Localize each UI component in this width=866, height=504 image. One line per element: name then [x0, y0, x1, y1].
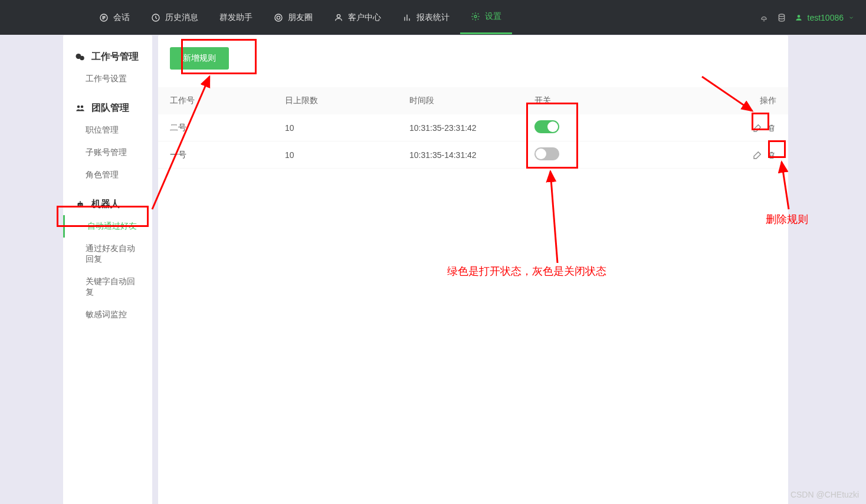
- section-robot: 机器人: [63, 193, 152, 215]
- cell-worknum: 二号: [170, 123, 285, 133]
- sidebar-item-position[interactable]: 职位管理: [63, 119, 152, 141]
- sidebar-item-worknum-set[interactable]: 工作号设置: [63, 68, 152, 90]
- annotation-text: 删除规则: [766, 212, 808, 226]
- nav-label: 历史消息: [165, 12, 198, 23]
- team-icon: [75, 103, 86, 114]
- nav-chat[interactable]: 会话: [88, 1, 140, 34]
- th-time: 时间段: [409, 95, 534, 106]
- cell-limit: 10: [285, 150, 409, 160]
- edit-icon[interactable]: [753, 150, 762, 160]
- svg-rect-12: [78, 203, 83, 207]
- section-title: 团队管理: [91, 102, 129, 114]
- bell-icon[interactable]: [759, 13, 769, 22]
- bar-chart-icon: [402, 13, 412, 22]
- th-worknum: 工作号: [170, 95, 285, 106]
- nav-right: test10086: [759, 13, 855, 22]
- svg-point-13: [79, 205, 80, 206]
- nav-stats[interactable]: 报表统计: [392, 1, 460, 34]
- svg-point-5: [474, 15, 477, 18]
- edit-icon[interactable]: [753, 123, 762, 133]
- svg-point-10: [77, 105, 80, 108]
- chat-icon: [99, 13, 109, 22]
- delete-icon[interactable]: [767, 123, 776, 133]
- toggle-knob: [536, 149, 546, 159]
- nav-label: 客户中心: [348, 12, 381, 23]
- annotation-text: 绿色是打开状态，灰色是关闭状态: [447, 264, 606, 278]
- nav-moments[interactable]: 朋友圈: [263, 1, 323, 34]
- add-rule-button[interactable]: 新增规则: [170, 47, 229, 70]
- toggle-switch[interactable]: [534, 147, 559, 160]
- sidebar-item-keyword[interactable]: 关键字自动回复: [63, 271, 152, 304]
- cell-time: 10:31:35-14:31:42: [409, 150, 534, 160]
- sidebar-item-autoapprove[interactable]: 自动通过好友: [63, 215, 152, 238]
- user-menu[interactable]: test10086: [795, 13, 855, 22]
- svg-point-14: [81, 205, 82, 206]
- cell-limit: 10: [285, 123, 409, 133]
- clock-icon: [151, 13, 160, 22]
- database-icon[interactable]: [777, 13, 786, 22]
- th-switch: 开关: [534, 95, 753, 106]
- section-worknum: 工作号管理: [63, 46, 152, 68]
- cell-switch: [534, 147, 753, 162]
- cell-worknum: 一号: [170, 150, 285, 160]
- robot-icon: [75, 199, 86, 210]
- svg-point-4: [337, 14, 340, 17]
- content-wrapper: 工作号管理 工作号设置 团队管理 职位管理 子账号管理 角色管理 机器人 自动通…: [0, 35, 866, 504]
- cell-actions: [753, 150, 776, 160]
- username: test10086: [808, 13, 844, 22]
- cell-actions: [753, 123, 776, 133]
- nav-history[interactable]: 历史消息: [140, 1, 209, 34]
- section-title: 机器人: [91, 198, 120, 210]
- sidebar: 工作号管理 工作号设置 团队管理 职位管理 子账号管理 角色管理 机器人 自动通…: [63, 35, 152, 504]
- svg-point-11: [81, 105, 84, 108]
- delete-icon[interactable]: [767, 150, 776, 160]
- svg-point-7: [797, 15, 800, 18]
- section-title: 工作号管理: [91, 51, 139, 63]
- user-icon: [334, 13, 343, 22]
- wechat-icon: [75, 52, 86, 62]
- nav-label: 朋友圈: [288, 12, 313, 23]
- avatar-icon: [795, 14, 803, 22]
- sidebar-item-role[interactable]: 角色管理: [63, 164, 152, 186]
- nav-label: 会话: [113, 12, 130, 23]
- nav-customer[interactable]: 客户中心: [323, 1, 392, 34]
- rules-table: 工作号 日上限数 时间段 开关 操作 二号 10 10:31:35-23:31:…: [158, 87, 788, 169]
- gear-icon: [471, 12, 480, 21]
- circle-icon: [274, 13, 283, 22]
- nav-label: 报表统计: [416, 12, 450, 23]
- svg-point-2: [275, 14, 282, 21]
- nav-groupsend[interactable]: 群发助手: [209, 1, 263, 34]
- sidebar-item-sensitive[interactable]: 敏感词监控: [63, 304, 152, 326]
- section-team: 团队管理: [63, 97, 152, 119]
- table-head: 工作号 日上限数 时间段 开关 操作: [158, 87, 788, 114]
- th-limit: 日上限数: [285, 95, 409, 106]
- sidebar-item-autorespond[interactable]: 通过好友自动回复: [63, 238, 152, 271]
- table-row: 一号 10 10:31:35-14:31:42: [158, 141, 788, 169]
- nav-settings[interactable]: 设置: [460, 1, 512, 34]
- watermark: CSDN @CHEtuzki: [790, 490, 859, 499]
- sidebar-item-subaccount[interactable]: 子账号管理: [63, 141, 152, 164]
- chevron-down-icon: [848, 15, 854, 21]
- table-row: 二号 10 10:31:35-23:31:42: [158, 114, 788, 141]
- top-nav: 会话 历史消息 群发助手 朋友圈 客户中心 报表统计 设置: [0, 0, 866, 35]
- svg-point-9: [80, 55, 84, 60]
- toggle-switch[interactable]: [534, 120, 559, 133]
- nav-label: 设置: [485, 11, 501, 22]
- cell-time: 10:31:35-23:31:42: [409, 123, 534, 133]
- th-action: 操作: [753, 95, 776, 106]
- toggle-knob: [547, 121, 558, 132]
- svg-point-3: [277, 16, 280, 19]
- cell-switch: [534, 120, 753, 135]
- svg-point-6: [779, 14, 784, 17]
- nav-label: 群发助手: [219, 12, 252, 23]
- nav-left: 会话 历史消息 群发助手 朋友圈 客户中心 报表统计 设置: [88, 1, 512, 34]
